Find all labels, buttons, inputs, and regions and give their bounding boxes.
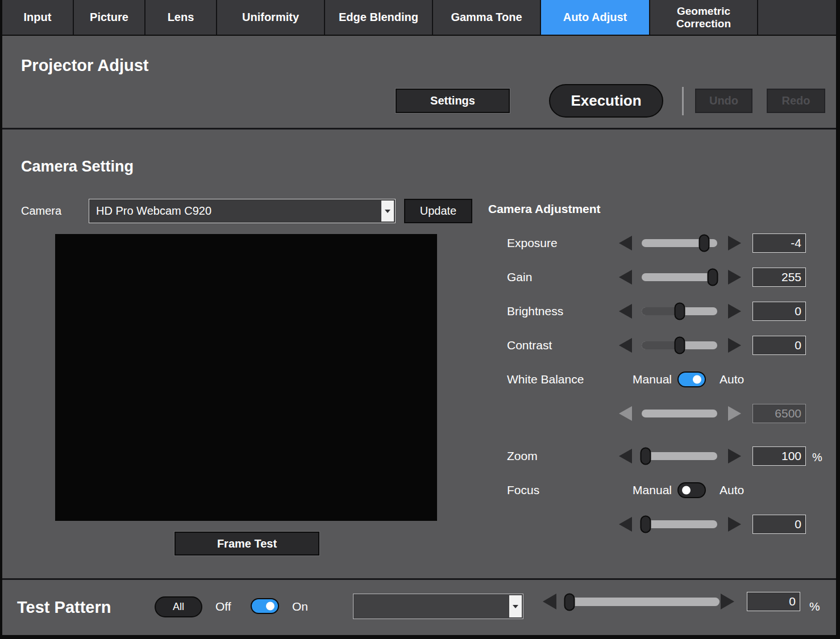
test-pattern-slider[interactable] — [565, 598, 720, 606]
brightness-value-input[interactable] — [752, 302, 806, 321]
toggle-knob — [266, 602, 275, 611]
zoom-slider-thumb[interactable] — [640, 448, 651, 465]
camera-select[interactable]: HD Pro Webcam C920 — [89, 199, 396, 223]
focus-label: Focus — [507, 478, 539, 503]
brightness-slider-thumb[interactable] — [674, 303, 685, 320]
focus-slider[interactable] — [642, 520, 717, 528]
redo-button[interactable]: Redo — [767, 89, 825, 113]
window-frame: Input Picture Lens Uniformity Edge Blend… — [2, 0, 836, 635]
camera-setting-section: Camera Setting Camera HD Pro Webcam C920… — [2, 130, 836, 578]
brightness-slider[interactable] — [642, 307, 717, 315]
white-balance-toggle[interactable] — [677, 371, 706, 387]
contrast-row: Contrast — [488, 333, 832, 358]
focus-manual-label: Manual — [629, 478, 672, 503]
contrast-value-input[interactable] — [752, 336, 806, 355]
white-balance-row: White Balance Manual Auto — [488, 367, 832, 392]
tab-lens[interactable]: Lens — [145, 0, 216, 35]
white-balance-temp-row — [488, 401, 832, 426]
test-pattern-value-input[interactable] — [747, 592, 800, 611]
zoom-row: Zoom % — [488, 444, 832, 469]
focus-row: Focus Manual Auto — [488, 478, 832, 503]
gain-slider-thumb[interactable] — [708, 269, 718, 286]
tab-geometric-correction[interactable]: Geometric Correction — [650, 0, 757, 35]
test-pattern-section: Test Pattern All Off On % — [2, 578, 836, 635]
focus-decrease-arrow[interactable] — [619, 517, 632, 532]
exposure-decrease-arrow[interactable] — [619, 236, 632, 250]
dropdown-arrow-icon[interactable] — [381, 201, 394, 222]
tab-input[interactable]: Input — [2, 0, 73, 35]
exposure-label: Exposure — [507, 231, 558, 256]
focus-auto-label: Auto — [720, 478, 744, 503]
gain-slider[interactable] — [642, 273, 717, 281]
test-pattern-select[interactable] — [353, 594, 523, 619]
tab-blank — [758, 0, 836, 35]
focus-slider-thumb[interactable] — [640, 516, 651, 533]
app-window: Input Picture Lens Uniformity Edge Blend… — [0, 0, 840, 639]
contrast-slider-thumb[interactable] — [674, 337, 685, 354]
focus-slider-row — [488, 512, 832, 537]
update-button[interactable]: Update — [404, 199, 472, 223]
execution-button[interactable]: Execution — [549, 84, 663, 118]
wb-temp-increase-arrow — [728, 406, 741, 421]
header-section: Projector Adjust Settings Execution Undo… — [2, 36, 836, 130]
dropdown-arrow-icon[interactable] — [509, 595, 522, 617]
toggle-knob — [693, 375, 701, 384]
tab-auto-adjust[interactable]: Auto Adjust — [541, 0, 649, 35]
tab-gamma-tone[interactable]: Gamma Tone — [433, 0, 540, 35]
zoom-decrease-arrow[interactable] — [619, 449, 632, 463]
settings-button[interactable]: Settings — [396, 89, 510, 113]
zoom-value-input[interactable] — [752, 446, 806, 466]
brightness-label: Brightness — [507, 299, 563, 324]
test-pattern-off-label: Off — [215, 600, 231, 613]
focus-toggle[interactable] — [677, 482, 706, 498]
gain-increase-arrow[interactable] — [728, 270, 741, 285]
test-pattern-slider-thumb[interactable] — [564, 593, 575, 611]
contrast-decrease-arrow[interactable] — [619, 338, 632, 353]
brightness-decrease-arrow[interactable] — [619, 304, 632, 319]
tab-edge-blending[interactable]: Edge Blending — [325, 0, 432, 35]
zoom-slider[interactable] — [642, 452, 717, 460]
brightness-row: Brightness — [488, 299, 832, 324]
exposure-slider-thumb[interactable] — [699, 235, 710, 252]
gain-decrease-arrow[interactable] — [619, 270, 632, 285]
focus-increase-arrow[interactable] — [728, 517, 741, 532]
camera-adjustment-title: Camera Adjustment — [488, 202, 601, 216]
page-title: Projector Adjust — [21, 56, 149, 75]
zoom-label: Zoom — [507, 444, 538, 469]
exposure-value-input[interactable] — [752, 233, 806, 253]
contrast-slider[interactable] — [642, 341, 717, 349]
exposure-slider[interactable] — [642, 239, 717, 247]
test-pattern-on-label: On — [292, 600, 308, 613]
gain-row: Gain — [488, 265, 832, 290]
white-balance-label: White Balance — [507, 367, 584, 392]
toggle-knob — [682, 486, 691, 495]
contrast-increase-arrow[interactable] — [728, 338, 741, 353]
wb-temp-value-input — [752, 404, 806, 423]
white-balance-auto-label: Auto — [720, 367, 744, 392]
brightness-increase-arrow[interactable] — [728, 304, 741, 319]
camera-label: Camera — [21, 199, 61, 223]
camera-preview — [55, 234, 437, 521]
frame-test-button[interactable]: Frame Test — [174, 532, 319, 556]
wb-temp-slider — [642, 410, 717, 417]
focus-value-input[interactable] — [752, 515, 806, 534]
test-pattern-toggle[interactable] — [251, 598, 279, 614]
test-pattern-all-button[interactable]: All — [155, 596, 202, 617]
zoom-increase-arrow[interactable] — [728, 449, 741, 463]
camera-setting-title: Camera Setting — [21, 158, 134, 176]
test-pattern-percent-unit: % — [809, 600, 820, 613]
tab-uniformity[interactable]: Uniformity — [217, 0, 324, 35]
tab-picture[interactable]: Picture — [74, 0, 144, 35]
header-divider — [682, 87, 684, 115]
test-pattern-decrease-arrow[interactable] — [543, 594, 556, 609]
undo-button[interactable]: Undo — [695, 89, 752, 113]
gain-value-input[interactable] — [752, 268, 806, 287]
white-balance-manual-label: Manual — [629, 367, 672, 392]
zoom-percent-unit: % — [812, 444, 822, 471]
test-pattern-title: Test Pattern — [17, 598, 111, 617]
exposure-increase-arrow[interactable] — [728, 236, 741, 250]
wb-temp-decrease-arrow — [619, 406, 632, 421]
gain-label: Gain — [507, 265, 532, 290]
test-pattern-increase-arrow[interactable] — [721, 594, 734, 609]
contrast-label: Contrast — [507, 333, 552, 358]
